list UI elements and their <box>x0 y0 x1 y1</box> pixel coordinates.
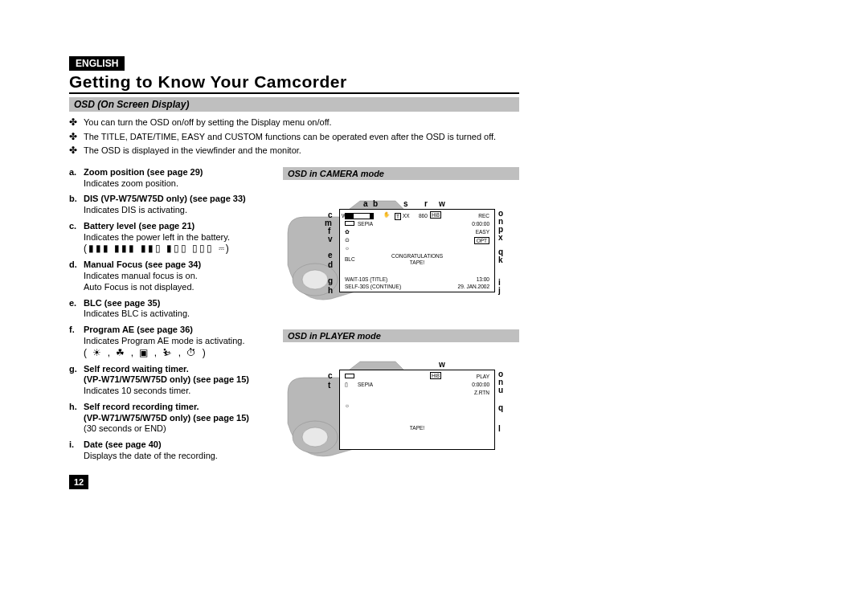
play-label: PLAY <box>477 374 489 379</box>
def-label: g. <box>69 364 84 397</box>
callout-k: k <box>498 255 503 264</box>
zoom-x-label: XX <box>403 213 410 219</box>
battery-icon <box>345 374 354 378</box>
diagram-player: Hi8 PLAY 0:00:00 Z.RTN SEPIA ▯ ☼ TAPE! w… <box>283 347 508 468</box>
callout-w: w <box>439 360 445 369</box>
mode-camera-title: OSD in CAMERA mode <box>283 167 519 180</box>
timecode-label: 0:00:00 <box>472 221 489 227</box>
battery-icons: (▮▮▮ ▮▮▮ ▮▮▯ ▮▯▯ ▯▯▯ ⎓) <box>84 243 231 254</box>
tape-label: TAPE! <box>410 260 424 265</box>
def-desc: Indicates Program AE mode is activating. <box>84 336 245 345</box>
page-number: 12 <box>69 475 88 489</box>
hi8-icon: Hi8 <box>430 211 441 219</box>
callout-a: a <box>363 199 368 208</box>
bullet-text: The OSD is displayed in the viewfinder a… <box>84 145 301 156</box>
callout-v: v <box>328 235 333 243</box>
osd-screen-camera: W ✋ T XX 860 Hi8 REC 0:00:00 EASY OPT SE… <box>339 209 495 292</box>
callout-h: h <box>328 286 333 295</box>
def-title: Date (see page 40) <box>84 439 162 449</box>
osd-screen-player: Hi8 PLAY 0:00:00 Z.RTN SEPIA ▯ ☼ TAPE! <box>339 370 495 450</box>
def-label: d. <box>69 260 84 292</box>
def-title: Self record recording timer. (VP-W71/W75… <box>84 402 249 423</box>
speed-860: 860 <box>419 213 428 219</box>
def-desc: Indicates DIS is activating. <box>84 205 187 215</box>
light-icon: ☼ <box>345 245 350 251</box>
bullet-text: You can turn the OSD on/off by setting t… <box>84 116 332 128</box>
def-label: h. <box>69 402 84 435</box>
tape-label: TAPE! <box>410 425 424 431</box>
zrtn-label: Z.RTN <box>474 390 489 395</box>
callout-q: q <box>498 403 503 412</box>
def-title: BLC (see page 35) <box>84 298 160 308</box>
def-title: Battery level (see page 21) <box>84 221 194 231</box>
timecode-label: 0:00:00 <box>472 382 489 387</box>
bullet-icon: ✤ <box>69 116 84 129</box>
callout-d: d <box>328 260 333 269</box>
mode-player-title: OSD in PLAYER mode <box>283 329 519 342</box>
zoom-w-label: W <box>342 213 346 219</box>
blc-label: BLC <box>345 256 355 262</box>
callout-j: j <box>498 286 501 295</box>
definitions-list: a.Zoom position (see page 29)Indicates z… <box>69 167 278 462</box>
dis-icon: ✋ <box>383 211 390 218</box>
svg-point-3 <box>302 427 328 447</box>
opt-label: OPT <box>474 237 489 244</box>
rec-label: REC <box>478 213 489 219</box>
callout-t: t <box>328 381 330 390</box>
def-label: c. <box>69 221 84 255</box>
def-label: a. <box>69 167 84 190</box>
content-columns: a.Zoom position (see page 29)Indicates z… <box>69 167 519 489</box>
def-desc: Indicates BLC is activating. <box>84 309 190 318</box>
date-label: 29. JAN.2002 <box>458 284 489 289</box>
title-label: CONGRATULATIONS <box>391 253 443 259</box>
language-badge: ENGLISH <box>69 56 125 71</box>
callout-l: l <box>498 424 501 433</box>
time-label: 13:00 <box>477 276 489 282</box>
def-desc: Displays the date of the recording. <box>84 451 218 460</box>
mf-icon: ⊙ <box>345 237 350 243</box>
definitions-column: a.Zoom position (see page 29)Indicates z… <box>69 167 278 489</box>
tab-icon: ▯ <box>345 382 348 388</box>
def-title: Program AE (see page 36) <box>84 325 193 334</box>
diagram-camera: W ✋ T XX 860 Hi8 REC 0:00:00 EASY OPT SE… <box>283 185 508 313</box>
def-label: e. <box>69 298 84 321</box>
page-title: Getting to Know Your Camcorder <box>69 72 519 94</box>
zoom-t-label: T <box>395 213 401 220</box>
def-title: DIS (VP-W75/W75D only) (see page 33) <box>84 194 246 203</box>
light-icon: ☼ <box>345 403 350 408</box>
zoom-bar-icon <box>345 213 374 219</box>
def-title: Manual Focus (see page 34) <box>84 260 201 269</box>
diagrams-column: OSD in CAMERA mode W ✋ T <box>283 167 519 489</box>
self-label: SELF-30S (CONTINUE) <box>345 284 401 289</box>
battery-icon <box>345 221 354 226</box>
callout-r: r <box>424 199 428 208</box>
bullet-icon: ✤ <box>69 145 84 157</box>
callout-w: w <box>439 199 445 208</box>
def-desc: Indicates the power left in the battery. <box>84 232 230 242</box>
callout-g: g <box>328 276 333 285</box>
ae-icon: ✿ <box>345 229 350 235</box>
bullet-text: The TITLE, DATE/TIME, EASY and CUSTOM fu… <box>84 131 496 142</box>
callout-x: x <box>498 233 503 242</box>
callout-u: u <box>498 386 503 394</box>
def-label: i. <box>69 439 84 462</box>
callout-e: e <box>328 251 333 260</box>
svg-point-1 <box>302 270 328 289</box>
hi8-icon: Hi8 <box>430 372 441 379</box>
def-desc: Indicates zoom position. <box>84 178 178 188</box>
def-title: Self record waiting timer. (VP-W71/W75/W… <box>84 364 249 385</box>
manual-page: ENGLISH Getting to Know Your Camcorder O… <box>69 56 519 489</box>
section-title: OSD (On Screen Display) <box>69 97 519 112</box>
intro-bullets: ✤You can turn the OSD on/off by setting … <box>69 116 519 157</box>
sepia-label: SEPIA <box>358 382 373 387</box>
def-label: f. <box>69 325 84 359</box>
def-label: b. <box>69 194 84 216</box>
bullet-icon: ✤ <box>69 131 84 144</box>
easy-label: EASY <box>476 229 489 235</box>
dse-label: SEPIA <box>358 221 373 227</box>
callout-b: b <box>373 199 378 208</box>
callout-c: c <box>328 371 333 380</box>
wait-label: WAIT-10S (TITLE) <box>345 276 387 282</box>
def-desc: Indicates 10 seconds timer. <box>84 386 190 395</box>
def-title: Zoom position (see page 29) <box>84 167 203 177</box>
